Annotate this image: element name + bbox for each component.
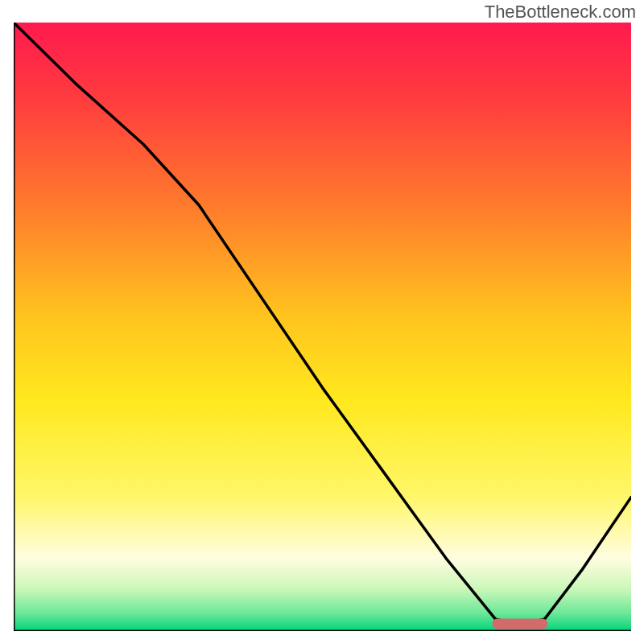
bottleneck-chart: TheBottleneck.com xyxy=(0,0,644,644)
chart-svg xyxy=(14,23,631,631)
plot-area xyxy=(14,23,631,631)
gradient-background xyxy=(14,23,631,631)
watermark-text: TheBottleneck.com xyxy=(485,2,636,23)
optimal-range-marker xyxy=(492,618,547,629)
